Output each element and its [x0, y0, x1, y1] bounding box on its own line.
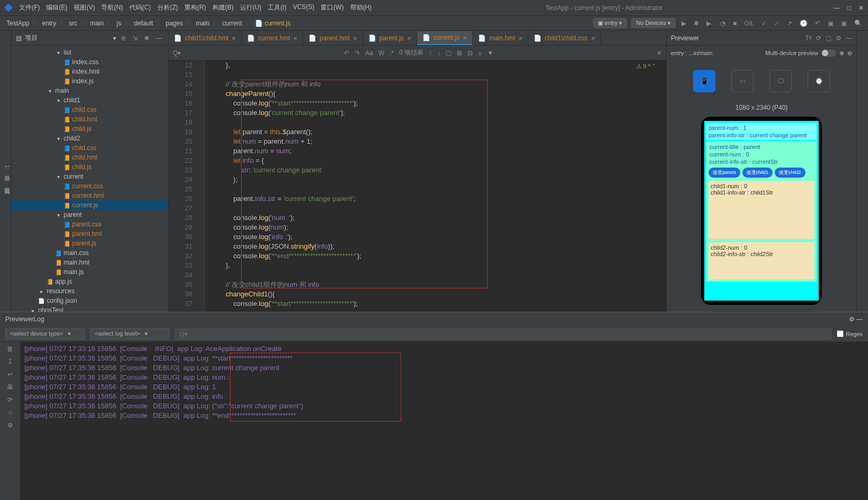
tree-item[interactable]: ▾child1 [12, 95, 168, 105]
tree-item[interactable]: 📙index.hml [12, 67, 168, 76]
collapse-icon[interactable]: ✱ [143, 34, 151, 42]
tree-item[interactable]: ▾parent [12, 210, 168, 220]
search-icon[interactable]: Q▾ [173, 49, 181, 57]
funnel-icon[interactable]: ▼ [487, 49, 493, 57]
tool2-icon[interactable]: ▣ [839, 20, 848, 27]
log-level-select[interactable]: <select log level> ▾ [90, 328, 170, 339]
add-sel-icon[interactable]: ⊞ [457, 49, 462, 57]
regex-icon[interactable]: .* [389, 49, 394, 57]
editor-tab[interactable]: 📄parent.js✕ [363, 31, 417, 45]
minimize-icon[interactable]: — [834, 4, 840, 12]
preview-button[interactable]: 改变child1 [742, 168, 773, 178]
settings-icon[interactable]: — [154, 34, 164, 42]
menu-item[interactable]: 编辑(E) [43, 3, 70, 12]
menu-item[interactable]: 导航(N) [98, 3, 126, 12]
git-history-icon[interactable]: 🕐 [798, 20, 809, 27]
editor-tab[interactable]: 📄child1\child.hml✕ [169, 31, 242, 45]
hide-icon[interactable]: — [846, 34, 852, 42]
close-find-icon[interactable]: ✕ [657, 49, 662, 57]
breadcrumb-item[interactable]: src [67, 20, 79, 27]
words-icon[interactable]: W [378, 49, 384, 57]
locate-icon[interactable]: ⊕ [119, 34, 128, 42]
breadcrumb-item[interactable]: js [114, 20, 123, 27]
tool1-icon[interactable]: ▣ [826, 20, 835, 27]
tree-item[interactable]: 📘child.css [12, 105, 168, 115]
code-line[interactable]: parent.num = num; [210, 146, 666, 156]
menu-item[interactable]: 视图(V) [70, 3, 98, 12]
tree-item[interactable]: 📙current.hml [12, 191, 168, 200]
menu-item[interactable]: 代码(C) [126, 3, 154, 12]
project-dropdown-icon[interactable]: ▾ [113, 34, 116, 42]
zoom-in-icon[interactable]: ⊕ [839, 50, 844, 57]
tree-item[interactable]: ▸resources [12, 286, 168, 296]
code-line[interactable]: console.log('num :'); [210, 213, 666, 223]
up-icon[interactable]: ↑ [429, 49, 432, 57]
tree-item[interactable]: 📘main.css [12, 248, 168, 258]
tree-item[interactable]: 📄config.json [12, 296, 168, 305]
next-occurrence-icon[interactable]: ↷ [355, 49, 360, 57]
log-fav-icon[interactable]: ☆ [7, 409, 13, 416]
right-tool-strip[interactable] [856, 31, 868, 312]
log-wrap-icon[interactable]: ↩ [7, 371, 13, 378]
debug-icon[interactable]: ✱ [692, 20, 701, 27]
down-icon[interactable]: ↓ [437, 49, 440, 57]
code-line[interactable]: // 改变child1组件的num 和 info [210, 280, 666, 290]
tree-item[interactable]: ▾child2 [12, 134, 168, 143]
device-type-select[interactable]: <select device type> ▾ [5, 328, 85, 339]
log-filter-input[interactable] [175, 329, 831, 339]
tree-item[interactable]: 📙child.hml [12, 153, 168, 162]
device-phone-icon[interactable]: 📱 [693, 70, 715, 92]
prev-tool2-icon[interactable]: ▢ [826, 34, 831, 42]
code-line[interactable] [210, 204, 666, 213]
prev-occurrence-icon[interactable]: ↶ [344, 49, 349, 57]
search-icon[interactable]: 🔍 [853, 20, 864, 27]
log-restart-icon[interactable]: ⟳ [7, 396, 13, 403]
entry-dropdown[interactable]: ▣ entry ▾ [593, 18, 627, 28]
menu-item[interactable]: 分析(Z) [154, 3, 181, 12]
code-line[interactable]: }; [210, 175, 666, 185]
code-line[interactable]: console.log('**start********************… [210, 99, 666, 108]
match-case-icon[interactable]: Aa [365, 49, 373, 57]
code-line[interactable]: console.log(JSON.stringify(info)); [210, 242, 666, 251]
coverage-icon[interactable]: ▶. [705, 20, 714, 27]
code-line[interactable]: console.log('**start********************… [210, 299, 666, 309]
editor-tab[interactable]: 📄current.js✕ [417, 31, 473, 45]
tree-item[interactable]: 📙child.js [12, 124, 168, 134]
editor-tab[interactable]: 📄child1\child.css✕ [528, 31, 601, 45]
git-push-icon[interactable]: ✓ [773, 20, 781, 27]
code-editor[interactable]: 1213141516171819202122232425262728293031… [169, 60, 666, 312]
menu-item[interactable]: 窗口(W) [317, 3, 347, 12]
log-settings-icon[interactable]: ⚙ [7, 422, 13, 429]
menu-item[interactable]: 文件(F) [16, 3, 43, 12]
device-tv-icon[interactable]: 🖵 [769, 70, 792, 92]
code-line[interactable]: let info = { [210, 156, 666, 165]
tree-item[interactable]: ▸ohosTest [12, 305, 168, 312]
breadcrumb-item[interactable]: entry [40, 20, 58, 27]
tree-item[interactable]: ▾list [12, 48, 168, 57]
menu-item[interactable]: 构建(B) [209, 3, 237, 12]
code-line[interactable]: changeChild1(){ [210, 290, 666, 299]
menu-item[interactable]: 重构(R) [181, 3, 209, 12]
tree-item[interactable]: 📙index.js [12, 76, 168, 86]
code-line[interactable]: console.log('info :'); [210, 232, 666, 242]
git-revert-icon[interactable]: ↶ [813, 20, 822, 27]
log-clear-icon[interactable]: 🗑 [7, 345, 13, 353]
device-dropdown[interactable]: No Devices ▾ [631, 18, 675, 28]
git-commit-icon[interactable]: ✓ [760, 20, 768, 27]
device-tablet-icon[interactable]: ▭ [731, 70, 754, 92]
expand-icon[interactable]: ⇲ [131, 34, 139, 42]
tree-item[interactable]: 📘child.css [12, 143, 168, 153]
tree-item[interactable]: 📘index.css [12, 57, 168, 67]
run-icon[interactable]: ▶ [680, 20, 688, 27]
prev-tool1-icon[interactable]: Tт [805, 34, 812, 42]
menu-item[interactable]: 运行(U) [237, 3, 265, 12]
menu-item[interactable]: 帮助(H) [347, 3, 375, 12]
tab-close-icon[interactable]: ✕ [591, 36, 595, 41]
tree-item[interactable]: 📙parent.hml [12, 229, 168, 239]
tab-close-icon[interactable]: ✕ [407, 36, 411, 41]
tree-item[interactable]: 📙main.js [12, 267, 168, 277]
breadcrumb-item[interactable]: 📄 current.js [253, 20, 293, 27]
code-line[interactable]: str: 'current change parent' [210, 165, 666, 175]
rem-sel-icon[interactable]: ⊟ [467, 49, 473, 57]
breadcrumb-item[interactable]: current [220, 20, 244, 27]
